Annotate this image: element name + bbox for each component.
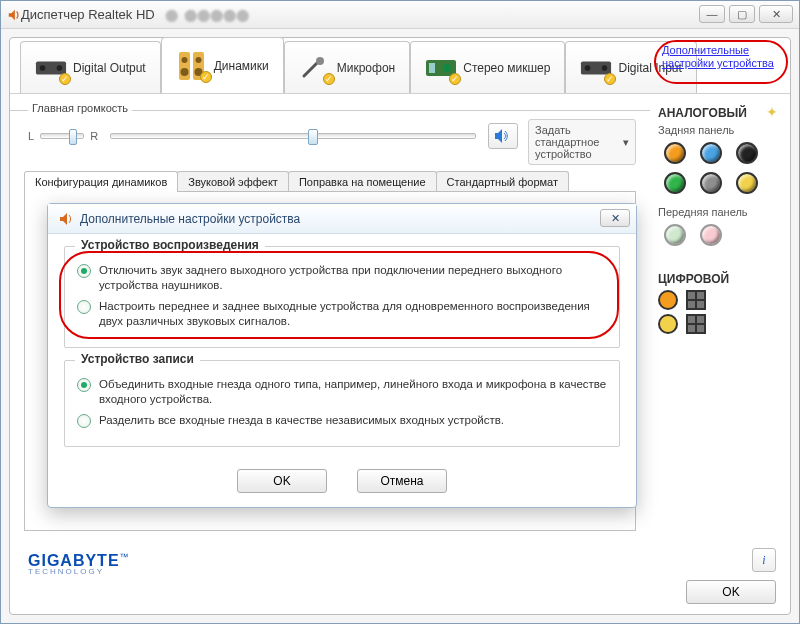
subtab-room-correction[interactable]: Поправка на помещение [288, 171, 437, 192]
back-panel-label: Задняя панель [658, 124, 782, 136]
volume-group-label: Главная громкость [28, 102, 132, 114]
tab-speakers[interactable]: ✓ Динамики [161, 37, 284, 93]
optical-out-icon[interactable] [686, 290, 706, 310]
app-window: Диспетчер Realtek HD ⬤ ⬤⬤⬤⬤⬤ — ▢ ✕ Допол… [0, 0, 800, 624]
tab-label: Стерео микшер [463, 61, 550, 75]
svg-point-6 [195, 57, 201, 63]
microphone-icon: ✓ [299, 55, 331, 81]
svg-point-7 [180, 68, 188, 76]
jack-grey[interactable] [700, 172, 722, 194]
dialog-ok-button[interactable]: OK [237, 469, 327, 493]
option-label: Настроить переднее и заднее выходные уст… [99, 299, 607, 329]
volume-slider[interactable] [110, 133, 476, 139]
radio-button[interactable] [77, 300, 91, 314]
playback-legend: Устройство воспроизведения [75, 238, 265, 252]
balance-l-label: L [28, 130, 34, 142]
chevron-down-icon: ▾ [623, 136, 629, 149]
jack-orange[interactable] [664, 142, 686, 164]
tab-label: Digital Output [73, 61, 146, 75]
radio-button[interactable] [77, 378, 91, 392]
speaker-icon [58, 211, 74, 227]
recording-option-2[interactable]: Разделить все входные гнезда в качестве … [77, 413, 607, 428]
jack-front-green[interactable] [664, 224, 686, 246]
svg-rect-11 [429, 63, 435, 73]
recording-legend: Устройство записи [75, 352, 200, 366]
advanced-settings-dialog: Дополнительные настройки устройства ✕ Ус… [47, 203, 637, 508]
option-label: Объединить входные гнезда одного типа, н… [99, 377, 607, 407]
option-label: Разделить все входные гнезда в качестве … [99, 413, 504, 428]
digital-jack-orange[interactable] [658, 290, 678, 310]
brand-logo: GIGABYTE™ TECHNOLOGY [28, 552, 130, 576]
jack-yellow[interactable] [736, 172, 758, 194]
back-panel-jacks [658, 142, 782, 194]
playback-fieldset: Устройство воспроизведения Отключить зву… [64, 246, 620, 348]
optical-in-icon[interactable] [686, 314, 706, 334]
jack-front-pink[interactable] [700, 224, 722, 246]
dialog-cancel-button[interactable]: Отмена [357, 469, 447, 493]
svg-point-1 [40, 65, 46, 71]
svg-point-5 [181, 57, 187, 63]
analog-section-title: АНАЛОГОВЫЙ [658, 106, 782, 120]
jack-blue[interactable] [700, 142, 722, 164]
dialog-titlebar: Дополнительные настройки устройства ✕ [48, 204, 636, 234]
amplifier-icon: ✓ [580, 55, 612, 81]
playback-option-2[interactable]: Настроить переднее и заднее выходные уст… [77, 299, 607, 329]
svg-point-2 [57, 65, 63, 71]
tab-label: Динамики [214, 59, 269, 73]
option-label: Отключить звук заднего выходного устройс… [99, 263, 607, 293]
jack-green[interactable] [664, 172, 686, 194]
blurred-secondary-title: ⬤ ⬤⬤⬤⬤⬤ [165, 8, 250, 22]
subtab-default-format[interactable]: Стандартный формат [436, 171, 569, 192]
main-ok-button[interactable]: OK [686, 580, 776, 604]
close-button[interactable]: ✕ [759, 5, 793, 23]
mute-button[interactable] [488, 123, 518, 149]
set-default-device-button[interactable]: Задать стандартное устройство ▾ [528, 119, 636, 165]
svg-point-9 [316, 57, 324, 65]
titlebar: Диспетчер Realtek HD ⬤ ⬤⬤⬤⬤⬤ — ▢ ✕ [1, 1, 799, 29]
soundcard-icon: ✓ [425, 55, 457, 81]
recording-fieldset: Устройство записи Объединить входные гне… [64, 360, 620, 447]
sub-tabbar: Конфигурация динамиков Звуковой эффект П… [24, 171, 636, 192]
svg-point-15 [602, 65, 608, 71]
info-button[interactable]: i [752, 548, 776, 572]
dialog-title: Дополнительные настройки устройства [80, 212, 300, 226]
svg-point-14 [585, 65, 591, 71]
window-title: Диспетчер Realtek HD [21, 7, 155, 22]
tab-digital-output[interactable]: ✓ Digital Output [20, 41, 161, 93]
balance-r-label: R [90, 130, 98, 142]
radio-button[interactable] [77, 264, 91, 278]
tab-microphone[interactable]: ✓ Микрофон [284, 41, 410, 93]
dialog-close-button[interactable]: ✕ [600, 209, 630, 227]
advanced-settings-link[interactable]: Дополнительные настройки устройства [662, 44, 782, 70]
volume-icon [494, 128, 512, 144]
speakers-icon: ✓ [176, 53, 208, 79]
front-panel-jacks [658, 224, 782, 246]
digital-section-title: ЦИФРОВОЙ [658, 272, 782, 286]
right-panel: ✦ АНАЛОГОВЫЙ Задняя панель Передняя пане… [650, 94, 790, 614]
recording-option-1[interactable]: Объединить входные гнезда одного типа, н… [77, 377, 607, 407]
subtab-speaker-config[interactable]: Конфигурация динамиков [24, 171, 178, 192]
svg-point-12 [443, 64, 451, 72]
maximize-button[interactable]: ▢ [729, 5, 755, 23]
tab-stereo-mixer[interactable]: ✓ Стерео микшер [410, 41, 565, 93]
digital-jack-yellow[interactable] [658, 314, 678, 334]
jack-black[interactable] [736, 142, 758, 164]
speaker-icon [7, 8, 21, 22]
sparkle-icon: ✦ [766, 104, 778, 120]
tab-label: Микрофон [337, 61, 395, 75]
subtab-sound-effect[interactable]: Звуковой эффект [177, 171, 289, 192]
button-label: Задать стандартное устройство [535, 124, 617, 160]
amplifier-icon: ✓ [35, 55, 67, 81]
radio-button[interactable] [77, 414, 91, 428]
balance-slider[interactable] [40, 133, 84, 139]
minimize-button[interactable]: — [699, 5, 725, 23]
front-panel-label: Передняя панель [658, 206, 782, 218]
playback-option-1[interactable]: Отключить звук заднего выходного устройс… [77, 263, 607, 293]
